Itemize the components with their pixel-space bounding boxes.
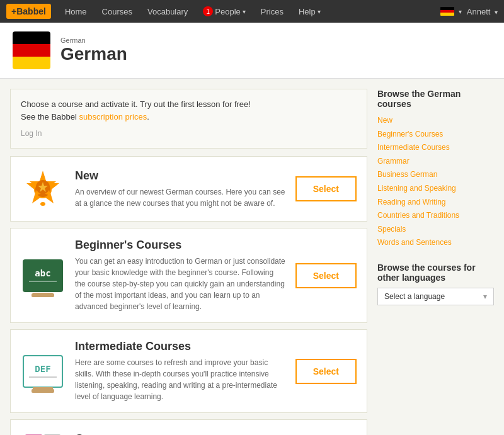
course-desc-new: An overview of our newest German courses… [75,186,285,209]
course-card-intermediate: DEF Intermediate Courses Here are some c… [10,329,367,413]
language-flag-selector[interactable]: ▾ [440,7,462,16]
sidebar-heading-other: Browse the courses for other languages [377,263,494,283]
sidebar-link-specials[interactable]: Specials [377,223,494,237]
content-area: Choose a course and activate it. Try out… [10,89,367,435]
nav-people[interactable]: 1People ▾ [195,0,253,23]
course-info-intermediate: Intermediate Courses Here are some cours… [75,340,285,402]
course-card-beginners: abc Beginner's Courses You can get an ea… [10,228,367,323]
select-button-intermediate[interactable]: Select [295,359,357,384]
sidebar-heading-german: Browse the German courses [377,89,494,109]
page-title: German [60,44,127,64]
sidebar-link-grammar[interactable]: Grammar [377,155,494,169]
nav-prices[interactable]: Prices [253,0,291,23]
sidebar-browse-german: Browse the German courses New Beginner's… [377,89,494,250]
lang-select-arrow: ▾ [483,292,487,301]
breadcrumb: German [60,37,127,44]
course-title-new: New [75,169,285,183]
nav-help[interactable]: Help ▾ [291,0,328,23]
language-dropdown[interactable]: Select a language ▾ [377,288,494,305]
flag-chevron: ▾ [459,8,462,15]
course-title-grammar: Grammar [75,432,285,436]
logo[interactable]: +Babbel [6,4,51,19]
course-card-new: New An overview of our newest German cou… [10,156,367,222]
course-title-intermediate: Intermediate Courses [75,340,285,353]
hero-title-area: German German [60,37,127,64]
course-icon-intermediate: DEF [21,349,65,393]
course-info-beginners: Beginner's Courses You can get an easy i… [75,239,285,312]
course-icon-grammar [21,430,65,435]
course-desc-beginners: You can get an easy introduction to Germ… [75,256,285,312]
abc-icon: abc [23,259,63,292]
def-icon: DEF [23,355,63,388]
course-title-beginners: Beginner's Courses [75,239,285,252]
sidebar-link-beginners[interactable]: Beginner's Courses [377,128,494,142]
main-container: Choose a course and activate it. Try out… [0,79,504,435]
help-chevron: ▾ [318,8,321,15]
course-icon-new [21,167,65,211]
intro-box: Choose a course and activate it. Try out… [10,89,367,149]
people-chevron: ▾ [243,8,246,15]
select-button-new[interactable]: Select [295,176,357,201]
people-badge: 1 [203,6,213,16]
def-line [29,376,57,378]
german-flag-large [13,31,50,69]
sidebar: Browse the German courses New Beginner's… [377,89,494,435]
nav-right: ▾ Annett ▾ [440,7,498,16]
sidebar-link-business[interactable]: Business German [377,168,494,182]
user-menu[interactable]: Annett ▾ [467,7,498,16]
sidebar-link-intermediate[interactable]: Intermediate Courses [377,141,494,155]
select-button-beginners[interactable]: Select [295,263,357,288]
board-stand-intermediate [32,389,54,393]
new-icon-overlay [23,169,62,208]
sidebar-link-listening[interactable]: Listening and Speaking [377,182,494,196]
abc-line [29,281,57,282]
intro-text: Choose a course and activate it. Try out… [21,98,357,123]
sidebar-link-new[interactable]: New [377,114,494,128]
nav-courses[interactable]: Courses [94,0,140,23]
nav-vocabulary[interactable]: Vocabulary [140,0,195,23]
login-link[interactable]: Log In [21,128,357,139]
sidebar-browse-other: Browse the courses for other languages S… [377,263,494,305]
nav-links: Home Courses Vocabulary 1People ▾ Prices… [57,0,440,23]
sidebar-link-countries[interactable]: Countries and Traditions [377,209,494,223]
hero-section: German German [0,23,504,79]
course-icon-beginners: abc [21,254,65,298]
course-desc-intermediate: Here are some courses to refresh and imp… [75,357,285,402]
course-info-grammar: Grammar Grammar practice in easy, unders… [75,432,285,436]
sidebar-link-reading[interactable]: Reading and Writing [377,196,494,210]
logo-text: Babbel [16,6,46,16]
nav-home[interactable]: Home [57,0,94,23]
sidebar-link-words[interactable]: Words and Sentences [377,236,494,250]
logo-plus: + [11,6,16,16]
course-info-new: New An overview of our newest German cou… [75,169,285,209]
lang-select-label: Select a language [384,292,445,301]
user-chevron: ▾ [495,9,498,16]
course-card-grammar: Grammar Grammar practice in easy, unders… [10,419,367,435]
flag-de [440,7,454,16]
board-stand-beginners [32,293,54,297]
navbar: +Babbel Home Courses Vocabulary 1People … [0,0,504,23]
subscription-link[interactable]: subscription prices [79,112,147,121]
